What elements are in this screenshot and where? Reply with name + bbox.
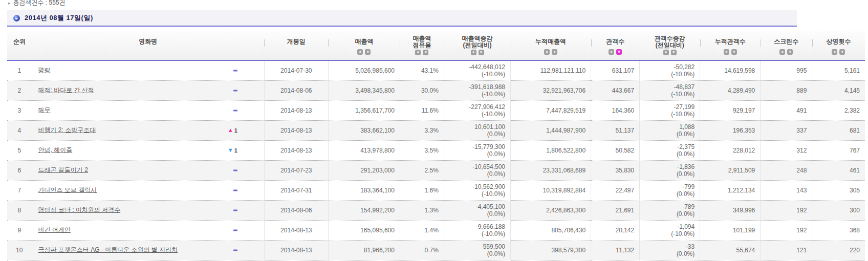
audience-cell: 11,132 [591, 240, 640, 260]
sort-desc-button[interactable]: ∨ [423, 50, 428, 55]
showings-cell: 305 [812, 180, 865, 200]
movie-title-cell: 해무 [32, 100, 264, 120]
sales-change-cell: 10,601,100(0.0%) [444, 120, 510, 140]
rank-cell: 8 [7, 200, 32, 220]
sort-desc-button[interactable]: ∨ [731, 49, 737, 55]
sort-asc-button[interactable]: ∧ [471, 50, 476, 55]
column-label: 관객수 [591, 31, 640, 48]
audience-cell: 51,137 [591, 120, 640, 140]
movie-title-link[interactable]: 명탐정 코난 : 이차원의 저격수 [38, 206, 121, 213]
sales-change-cell: -442,648,012(-10.0%) [444, 60, 510, 80]
screens-cell: 491 [761, 100, 812, 120]
column-header-audience: 관객수∧∨ [591, 31, 640, 60]
column-label: 누적관객수 [700, 31, 761, 48]
movie-title-link[interactable]: 해무 [38, 106, 51, 114]
cum-sales-cell: 7,447,829,519 [511, 100, 591, 120]
movie-title-link[interactable]: 극장판 포켓몬스터 AG - 아름다운 소원의 별 지라치 [38, 246, 178, 253]
sort-asc-button[interactable]: ∧ [832, 49, 837, 55]
column-label: 관객수증감(전일대비) [640, 31, 700, 49]
table-row: 7가디언즈 오브 갤럭시2014-07-31183,364,1001.6%-10… [7, 180, 865, 200]
cum-audience-cell: 929,197 [700, 100, 761, 120]
sort-asc-button[interactable]: ∧ [544, 49, 550, 55]
release-date-cell: 2014-07-23 [264, 160, 328, 180]
cum-audience-cell: 4,289,490 [700, 80, 761, 100]
rank-same-icon [233, 189, 237, 191]
movie-title-link[interactable]: 가디언즈 오브 갤럭시 [38, 186, 97, 193]
audience-change-cell: -48,837(-10.0%) [640, 80, 700, 100]
column-header-salesChange: 매출액증감(전일대비)∧∨ [444, 31, 510, 60]
rank-cell: 6 [7, 160, 32, 180]
screens-cell: 143 [761, 180, 812, 200]
share-cell: 11.6% [400, 100, 444, 120]
cum-audience-cell: 349,996 [700, 200, 761, 220]
boxoffice-table-wrap: 순위영화명개봉일매출액∧∨매출액점유율∧∨매출액증감(전일대비)∧∨누적매출액∧… [7, 31, 868, 260]
column-label: 순위 [7, 31, 32, 48]
rank-cell: 5 [7, 140, 32, 160]
audience-cell: 443,667 [591, 80, 640, 100]
sales-cell: 3,498,345,800 [328, 80, 400, 100]
release-date-cell: 2014-08-13 [264, 240, 328, 260]
sales-cell: 154,992,200 [328, 200, 400, 220]
audience-change-cell: -2,375(0.0%) [640, 140, 700, 160]
audience-change-cell: -789(0.0%) [640, 200, 700, 220]
sort-asc-button[interactable]: ∧ [724, 49, 729, 55]
sales-cell: 1,356,617,700 [328, 100, 400, 120]
movie-title-link[interactable]: 드래곤 길들이기 2 [38, 166, 88, 173]
table-row: 9비긴 어게인2014-08-13165,095,6001.4%-9,666,1… [7, 220, 865, 240]
sort-desc-button[interactable]: ∨ [616, 49, 622, 55]
showings-cell: 767 [812, 140, 865, 160]
table-header-row: 순위영화명개봉일매출액∧∨매출액점유율∧∨매출액증감(전일대비)∧∨누적매출액∧… [7, 31, 865, 60]
sort-desc-button[interactable]: ∨ [839, 49, 845, 55]
audience-change-cell: 1,088(0.0%) [640, 120, 700, 140]
total-count-label: ▸ 총검색건수 : 555건 [8, 0, 868, 7]
column-header-screens: 스크린수∧∨ [761, 31, 812, 60]
rank-same-icon [233, 70, 237, 71]
sort-asc-button[interactable]: ∧ [415, 50, 421, 55]
release-date-cell: 2014-08-06 [264, 200, 328, 220]
sort-asc-button[interactable]: ∧ [779, 49, 785, 55]
movie-title-link[interactable]: 안녕, 헤이즐 [38, 146, 73, 154]
showings-cell: 368 [812, 220, 865, 240]
table-row: 6드래곤 길들이기 22014-07-23291,203,0002.5%-10,… [7, 160, 865, 180]
movie-title-link[interactable]: 비행기 2: 소방구조대 [38, 126, 96, 134]
sort-desc-button[interactable]: ∨ [365, 49, 371, 55]
sort-desc-button[interactable]: ∨ [671, 50, 677, 55]
movie-title-cell: 명량 [32, 60, 264, 80]
boxoffice-table: 순위영화명개봉일매출액∧∨매출액점유율∧∨매출액증감(전일대비)∧∨누적매출액∧… [7, 31, 865, 260]
column-header-cumAudience: 누적관객수∧∨ [700, 31, 761, 60]
movie-title-cell: 명탐정 코난 : 이차원의 저격수 [32, 200, 264, 220]
bullet-tick-icon: ▸ [8, 1, 11, 6]
sort-desc-button[interactable]: ∨ [479, 50, 484, 55]
table-row: 1명량2014-07-305,026,985,60043.1%-442,648,… [7, 60, 865, 80]
date-title: 2014년 08월 17일(일) [25, 13, 93, 23]
rank-cell: 3 [7, 100, 32, 120]
showings-cell: 5,161 [812, 60, 865, 80]
sort-asc-button[interactable]: ∧ [609, 49, 614, 55]
movie-title-link[interactable]: 명량 [38, 67, 51, 74]
column-label: 영화명 [32, 31, 264, 48]
audience-change-cell: -799(0.0%) [640, 180, 700, 200]
sort-asc-button[interactable]: ∧ [663, 50, 669, 55]
audience-cell: 20,142 [591, 220, 640, 240]
sales-change-cell: -227,906,412(-10.0%) [444, 100, 510, 120]
cum-sales-cell: 112,981,121,110 [511, 60, 591, 80]
share-cell: 3.5% [400, 140, 444, 160]
table-row: 5안녕, 헤이즐▼12014-08-13413,978,8003.5%-15,7… [7, 140, 865, 160]
sales-cell: 183,364,100 [328, 180, 400, 200]
screens-cell: 995 [761, 60, 812, 80]
sales-change-cell: -9,666,188(-10.0%) [444, 220, 510, 240]
sort-desc-button[interactable]: ∨ [787, 49, 793, 55]
release-date-cell: 2014-08-13 [264, 220, 328, 240]
share-cell: 1.4% [400, 220, 444, 240]
movie-title-link[interactable]: 비긴 어게인 [38, 226, 71, 233]
sales-cell: 165,095,600 [328, 220, 400, 240]
sort-asc-button[interactable]: ∧ [357, 49, 363, 55]
movie-title-link[interactable]: 해적: 바다로 간 산적 [38, 86, 94, 94]
sort-desc-button[interactable]: ∨ [552, 49, 557, 55]
column-header-sales: 매출액∧∨ [328, 31, 400, 60]
sales-cell: 5,026,985,600 [328, 60, 400, 80]
rank-same-icon [233, 229, 237, 231]
column-label: 상영횟수 [812, 31, 865, 48]
total-count-text: 총검색건수 : 555건 [13, 0, 66, 7]
table-row: 8명탐정 코난 : 이차원의 저격수2014-08-06154,992,2001… [7, 200, 865, 220]
